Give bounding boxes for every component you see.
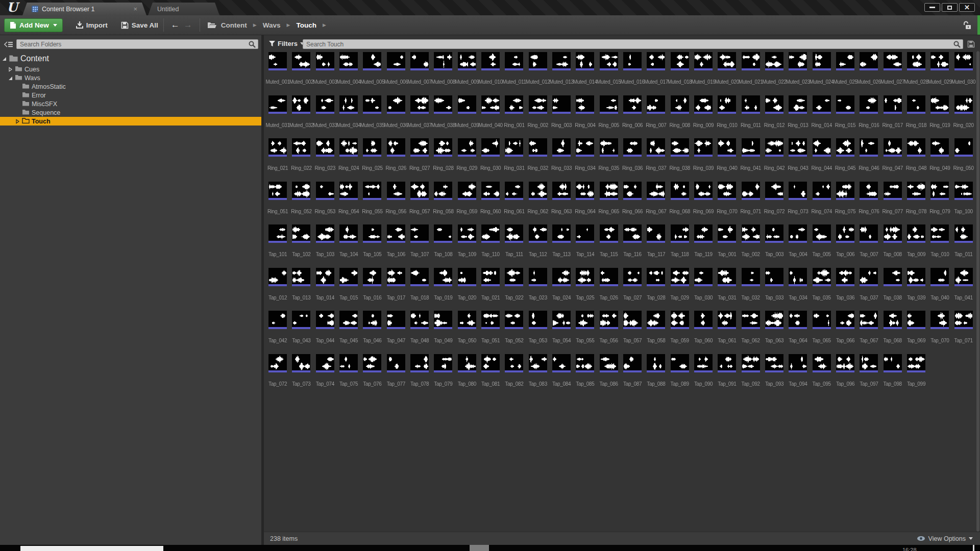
- asset-item[interactable]: Tap_080: [455, 354, 479, 397]
- asset-item[interactable]: Ring_034: [573, 138, 597, 182]
- asset-item[interactable]: Ring_022: [289, 138, 313, 182]
- asset-item[interactable]: Ring_078: [904, 182, 928, 225]
- sources-toggle-button[interactable]: [3, 39, 14, 49]
- asset-item[interactable]: Tap_071: [952, 311, 975, 354]
- asset-item[interactable]: Muted_023: [786, 52, 810, 95]
- asset-item[interactable]: Ring_073: [786, 182, 810, 225]
- asset-item[interactable]: Ring_055: [360, 182, 384, 225]
- asset-item[interactable]: Tap_078: [408, 354, 431, 397]
- asset-item[interactable]: Tap_097: [857, 354, 880, 397]
- save-all-button[interactable]: Save All: [121, 21, 158, 29]
- asset-item[interactable]: Ring_001: [502, 95, 526, 139]
- asset-item[interactable]: Ring_054: [337, 182, 360, 225]
- asset-item[interactable]: Tap_090: [692, 354, 715, 397]
- asset-item[interactable]: Muted_022: [763, 52, 786, 95]
- asset-item[interactable]: Ring_037: [644, 138, 668, 182]
- asset-item[interactable]: Muted_015: [597, 52, 621, 95]
- asset-item[interactable]: Ring_043: [786, 138, 810, 182]
- asset-item[interactable]: Tap_012: [266, 268, 289, 311]
- asset-item[interactable]: Tap_070: [928, 311, 951, 354]
- tab-untitled[interactable]: Untitled: [148, 3, 219, 15]
- none-arrow-icon[interactable]: [14, 110, 20, 115]
- tree-item-miscsfx[interactable]: MiscSFX: [0, 99, 261, 108]
- asset-item[interactable]: Muted_029: [928, 52, 951, 95]
- asset-item[interactable]: Tap_111: [502, 224, 526, 268]
- asset-item[interactable]: Tap_057: [621, 311, 644, 354]
- asset-item[interactable]: Ring_063: [550, 182, 573, 225]
- asset-item[interactable]: Tap_105: [360, 224, 384, 268]
- asset-item[interactable]: Tap_106: [384, 224, 408, 268]
- asset-item[interactable]: Tap_096: [834, 354, 857, 397]
- asset-item[interactable]: Tap_022: [502, 268, 526, 311]
- asset-item[interactable]: Tap_043: [289, 311, 313, 354]
- asset-item[interactable]: Ring_057: [408, 182, 431, 225]
- asset-item[interactable]: Tap_063: [763, 311, 786, 354]
- asset-item[interactable]: Tap_037: [857, 268, 880, 311]
- asset-item[interactable]: Muted_013: [550, 52, 573, 95]
- search-folders-input[interactable]: [17, 40, 249, 48]
- asset-item[interactable]: Tap_118: [668, 224, 692, 268]
- asset-item[interactable]: Tap_028: [644, 268, 668, 311]
- asset-item[interactable]: Tap_015: [337, 268, 360, 311]
- collapsed-arrow-icon[interactable]: [7, 66, 13, 72]
- save-search-button[interactable]: [967, 40, 975, 50]
- asset-item[interactable]: Muted_018: [668, 52, 692, 95]
- asset-item[interactable]: Muted_017: [644, 52, 668, 95]
- asset-item[interactable]: Ring_038: [668, 138, 692, 182]
- asset-item[interactable]: Ring_065: [597, 182, 621, 225]
- asset-item[interactable]: Tap_075: [337, 354, 360, 397]
- asset-item[interactable]: Tap_023: [526, 268, 550, 311]
- asset-item[interactable]: Tap_001: [715, 224, 739, 268]
- asset-item[interactable]: Tap_031: [715, 268, 739, 311]
- asset-item[interactable]: Ring_033: [550, 138, 573, 182]
- add-new-button[interactable]: Add New: [4, 18, 63, 32]
- asset-item[interactable]: Tap_003: [763, 224, 786, 268]
- asset-item[interactable]: Tap_026: [597, 268, 621, 311]
- asset-item[interactable]: Ring_049: [928, 138, 951, 182]
- asset-item[interactable]: Tap_088: [644, 354, 668, 397]
- asset-item[interactable]: Tap_066: [834, 311, 857, 354]
- asset-item[interactable]: Tap_073: [289, 354, 313, 397]
- asset-item[interactable]: Tap_034: [786, 268, 810, 311]
- asset-item[interactable]: Ring_036: [621, 138, 644, 182]
- asset-item[interactable]: Ring_031: [502, 138, 526, 182]
- asset-item[interactable]: Tap_041: [952, 268, 975, 311]
- asset-item[interactable]: Tap_104: [337, 224, 360, 268]
- asset-item[interactable]: Ring_039: [692, 138, 715, 182]
- filters-button[interactable]: Filters: [269, 40, 304, 47]
- asset-item[interactable]: Ring_060: [479, 182, 502, 225]
- asset-item[interactable]: Ring_004: [573, 95, 597, 139]
- breadcrumb-wavs[interactable]: Wavs: [263, 21, 281, 29]
- asset-item[interactable]: Ring_064: [573, 182, 597, 225]
- breadcrumb-touch[interactable]: Touch: [296, 21, 316, 29]
- asset-item[interactable]: Tap_045: [337, 311, 360, 354]
- asset-item[interactable]: Tap_062: [739, 311, 763, 354]
- asset-item[interactable]: Tap_042: [266, 311, 289, 354]
- asset-item[interactable]: Tap_065: [810, 311, 834, 354]
- asset-item[interactable]: Ring_024: [337, 138, 360, 182]
- asset-item[interactable]: Tap_048: [408, 311, 431, 354]
- asset-item[interactable]: Ring_076: [857, 182, 880, 225]
- asset-item[interactable]: Muted_014: [573, 52, 597, 95]
- asset-item[interactable]: Tap_024: [550, 268, 573, 311]
- asset-item[interactable]: Tap_027: [621, 268, 644, 311]
- tab-close-icon[interactable]: ×: [133, 7, 137, 12]
- asset-item[interactable]: Tap_030: [692, 268, 715, 311]
- asset-item[interactable]: Tap_019: [431, 268, 455, 311]
- minimize-button[interactable]: [924, 3, 940, 12]
- asset-item[interactable]: Muted_040: [479, 95, 502, 139]
- import-button[interactable]: Import: [76, 21, 108, 29]
- asset-item[interactable]: Tap_020: [455, 268, 479, 311]
- tree-item-error[interactable]: Error: [0, 91, 261, 99]
- asset-item[interactable]: Tap_085: [573, 354, 597, 397]
- asset-item[interactable]: Tap_061: [715, 311, 739, 354]
- asset-item[interactable]: Muted_025: [834, 52, 857, 95]
- asset-item[interactable]: Ring_020: [952, 95, 975, 139]
- asset-item[interactable]: Ring_052: [289, 182, 313, 225]
- asset-item[interactable]: Muted_021: [739, 52, 763, 95]
- back-button[interactable]: ←: [171, 20, 180, 30]
- asset-item[interactable]: Tap_060: [692, 311, 715, 354]
- asset-item[interactable]: Tap_108: [431, 224, 455, 268]
- asset-item[interactable]: Muted_038: [431, 95, 455, 139]
- asset-item[interactable]: Tap_089: [668, 354, 692, 397]
